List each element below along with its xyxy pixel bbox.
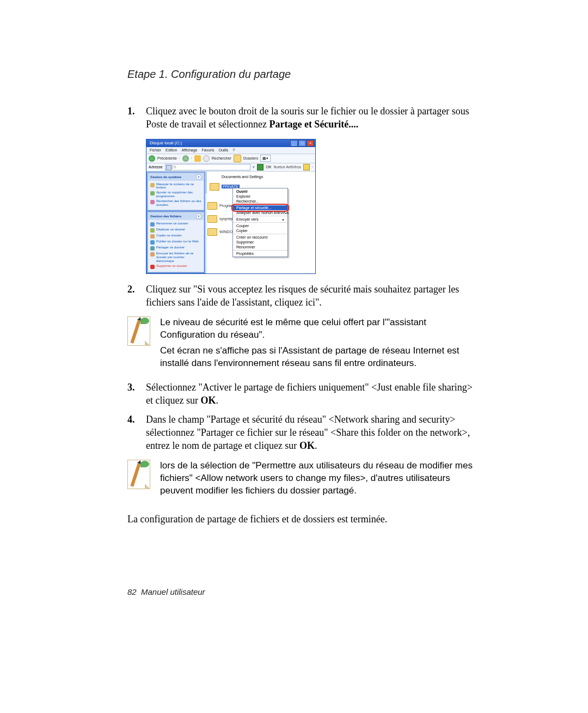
ctx-rename[interactable]: Renommer: [233, 245, 287, 249]
back-icon[interactable]: [149, 155, 155, 162]
close-button[interactable]: ×: [307, 140, 314, 147]
task-delete[interactable]: Supprimer ce dossier: [150, 264, 201, 270]
go-button[interactable]: [257, 164, 264, 170]
folders-label[interactable]: Dossiers: [243, 156, 258, 160]
task-search[interactable]: Rechercher des fichiers ou des dossiers: [150, 199, 201, 208]
ctx-scan-norton[interactable]: Analyser avec Norton AntiVirus: [233, 210, 287, 215]
folder-sysprep[interactable]: sysprep: [207, 215, 233, 223]
step-number-1: 1.: [127, 105, 146, 131]
menu-edit[interactable]: Edition: [166, 148, 177, 152]
page-footer: 82 Manuel utilisateur: [127, 587, 205, 596]
folder-windows[interactable]: WINDO: [207, 228, 232, 236]
forward-icon[interactable]: [182, 155, 189, 162]
views-dropdown[interactable]: ▦▾: [260, 155, 271, 162]
task-hide-drive[interactable]: Masquer le contenu de ce lecteur: [150, 182, 201, 191]
step-text-1: Cliquez avec le bouton droit de la souri…: [146, 105, 476, 131]
toolbar: Précédente · · Rechercher Dossiers ▦▾: [146, 154, 315, 163]
norton-icon[interactable]: [303, 164, 310, 170]
search-label[interactable]: Rechercher: [212, 156, 231, 160]
folder-documents[interactable]: Documents and Settings: [222, 175, 313, 179]
maximize-button[interactable]: □: [298, 140, 306, 147]
back-label[interactable]: Précédente: [157, 156, 177, 160]
tasks-sidebar: Gestion du système« Masquer le contenu d…: [146, 172, 205, 273]
page-number: 82: [127, 587, 137, 596]
collapse-icon[interactable]: «: [196, 174, 201, 180]
ctx-create-shortcut[interactable]: Créer un raccourci: [233, 235, 287, 240]
step-number-2: 2.: [127, 283, 146, 309]
step-text-2: Cliquez sur "Si vous acceptez les risque…: [146, 283, 476, 309]
folders-icon[interactable]: [234, 155, 241, 162]
note-block-2: lors de la sélection de "Permettre aux u…: [127, 460, 476, 501]
context-menu: Ouvrir Explorer Rechercher... Partage et…: [232, 188, 288, 257]
task-copy[interactable]: Copier ce dossier: [150, 233, 201, 239]
menubar: Fichier Edition Affichage Favoris Outils…: [146, 147, 315, 154]
section-heading: Etape 1. Configuration du partage: [127, 68, 476, 81]
address-bar: Adresse C:\ ▾ OK Norton AntiVirus ·: [146, 163, 315, 172]
ctx-open[interactable]: Ouvrir: [233, 189, 287, 194]
folder-icon: [210, 183, 219, 191]
task-move[interactable]: Déplacer ce dossier: [150, 227, 201, 233]
task-rename[interactable]: Renommer ce dossier: [150, 221, 201, 227]
file-list: Documents and Settings PRIVATE Program s…: [205, 172, 315, 273]
window-title: Disque local (C:): [150, 141, 182, 145]
address-label: Adresse: [149, 165, 163, 169]
folder-program[interactable]: Program: [207, 202, 234, 210]
vertical-scrollbar[interactable]: [205, 172, 207, 273]
note-icon: [127, 316, 154, 349]
ctx-cut[interactable]: Couper: [233, 223, 287, 228]
go-label: OK: [266, 165, 271, 169]
step-text-3: Sélectionnez "Activer le partage de fich…: [146, 381, 476, 407]
task-share[interactable]: Partager ce dossier: [150, 245, 201, 251]
ctx-delete[interactable]: Supprimer: [233, 240, 287, 245]
collapse-icon[interactable]: «: [196, 214, 201, 219]
footer-label: Manuel utilisateur: [141, 587, 205, 596]
up-icon[interactable]: [194, 155, 201, 162]
ctx-explorer[interactable]: Explorer: [233, 194, 287, 199]
menu-file[interactable]: Fichier: [150, 148, 161, 152]
ctx-sharing-security[interactable]: Partage et sécurité...: [233, 205, 287, 210]
step-number-4: 4.: [127, 413, 146, 453]
menu-help[interactable]: ?: [232, 148, 235, 152]
panel-file-tasks: Gestion des fichiers« Renommer ce dossie…: [148, 212, 204, 272]
note-block-1: Le niveau de sécurité est le même que ce…: [127, 316, 476, 373]
norton-label[interactable]: Norton AntiVirus: [274, 165, 301, 169]
conclusion-text: La configuration de partage de fichiers …: [127, 514, 476, 525]
step-number-3: 3.: [127, 381, 146, 407]
minimize-button[interactable]: _: [290, 140, 298, 147]
embedded-screenshot: Disque local (C:) _ □ × Fichier Edition …: [146, 139, 476, 274]
step-text-4: Dans le champ "Partage et sécurité du ré…: [146, 413, 476, 453]
menu-tools[interactable]: Outils: [218, 148, 228, 152]
panel-system-tasks: Gestion du système« Masquer le contenu d…: [148, 173, 204, 210]
note2-p1: lors de la sélection de "Permettre aux u…: [160, 460, 476, 497]
ctx-properties[interactable]: Propriétés: [233, 251, 287, 256]
address-field[interactable]: C:\: [165, 164, 251, 170]
ctx-send-to[interactable]: Envoyer vers▸: [233, 217, 287, 222]
task-publish[interactable]: Publier ce dossier sur le Web: [150, 239, 201, 245]
menu-view[interactable]: Affichage: [181, 148, 197, 152]
window-titlebar: Disque local (C:) _ □ ×: [146, 139, 315, 147]
ctx-copy[interactable]: Copier: [233, 228, 287, 233]
task-email[interactable]: Envoyer les fichiers de ce dossier par c…: [150, 251, 201, 264]
menu-favorites[interactable]: Favoris: [201, 148, 214, 152]
search-icon[interactable]: [203, 155, 210, 162]
note1-p2: Cet écran ne s'affiche pas si l'Assistan…: [160, 345, 476, 370]
note-icon: [127, 460, 154, 492]
note1-p1: Le niveau de sécurité est le même que ce…: [160, 316, 476, 342]
explorer-window: Disque local (C:) _ □ × Fichier Edition …: [146, 139, 316, 274]
ctx-search[interactable]: Rechercher...: [233, 199, 287, 204]
task-add-remove[interactable]: Ajouter ou supprimer des programmes: [150, 190, 201, 199]
